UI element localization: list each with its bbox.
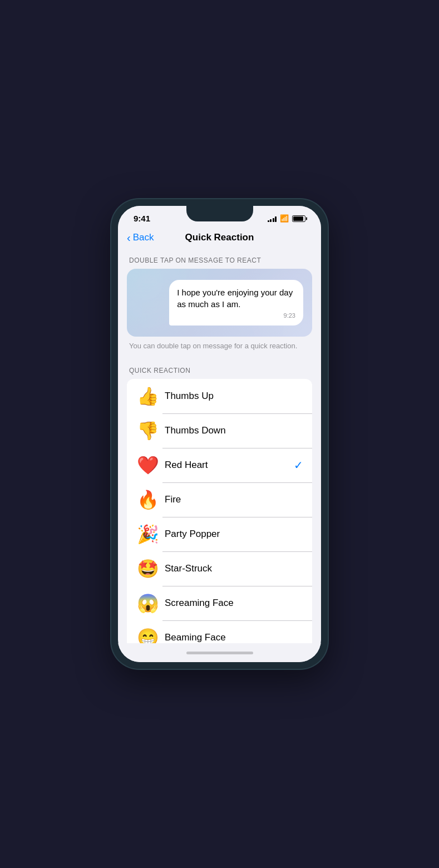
message-preview-area: I hope you're enjoying your day as much … xyxy=(127,269,312,337)
message-time: 9:23 xyxy=(177,312,295,319)
list-item[interactable]: 🎉Party Popper xyxy=(127,517,312,551)
reaction-section-label: QUICK REACTION xyxy=(118,360,321,379)
reaction-emoji: 🔥 xyxy=(136,489,160,510)
notch xyxy=(186,206,253,221)
reaction-name: Star-Struck xyxy=(165,563,303,574)
scroll-content[interactable]: DOUBLE TAP ON MESSAGE TO REACT I hope yo… xyxy=(118,250,321,643)
reaction-emoji: 😱 xyxy=(136,593,160,614)
list-item[interactable]: 🤩Star-Struck xyxy=(127,551,312,586)
reaction-name: Thumbs Up xyxy=(165,391,303,402)
reaction-name: Party Popper xyxy=(165,529,303,540)
reaction-emoji: 🤩 xyxy=(136,558,160,579)
home-indicator xyxy=(118,643,321,662)
page-title: Quick Reaction xyxy=(185,232,254,243)
back-button[interactable]: ‹ Back xyxy=(127,232,154,243)
signal-icon xyxy=(268,215,277,222)
back-chevron-icon: ‹ xyxy=(127,232,131,243)
hint-text: You can double tap on message for a quic… xyxy=(118,337,321,360)
list-item[interactable]: 👎Thumbs Down xyxy=(127,413,312,448)
message-bubble: I hope you're enjoying your day as much … xyxy=(169,280,303,326)
reaction-name: Beaming Face xyxy=(165,632,303,643)
home-bar xyxy=(186,652,253,654)
message-text: I hope you're enjoying your day as much … xyxy=(177,287,295,310)
wifi-icon: 📶 xyxy=(280,214,289,223)
reaction-name: Fire xyxy=(165,494,303,505)
list-item[interactable]: 👍Thumbs Up xyxy=(127,379,312,413)
list-item[interactable]: 😁Beaming Face xyxy=(127,620,312,643)
reaction-emoji: 👎 xyxy=(136,420,160,441)
reaction-list: 👍Thumbs Up👎Thumbs Down❤️Red Heart✓🔥Fire🎉… xyxy=(127,379,312,643)
phone-frame: 9:41 📶 ‹ Back Quick Reaction xyxy=(111,199,328,669)
reaction-emoji: ❤️ xyxy=(136,455,160,476)
reaction-name: Screaming Face xyxy=(165,598,303,609)
nav-bar: ‹ Back Quick Reaction xyxy=(118,228,321,250)
status-icons: 📶 xyxy=(268,214,306,223)
reaction-emoji: 😁 xyxy=(136,627,160,643)
list-item[interactable]: ❤️Red Heart✓ xyxy=(127,448,312,482)
phone-screen: 9:41 📶 ‹ Back Quick Reaction xyxy=(118,206,321,662)
list-item[interactable]: 🔥Fire xyxy=(127,482,312,517)
preview-section-label: DOUBLE TAP ON MESSAGE TO REACT xyxy=(118,250,321,269)
checkmark-icon: ✓ xyxy=(294,458,303,472)
reaction-emoji: 🎉 xyxy=(136,524,160,545)
reaction-emoji: 👍 xyxy=(136,386,160,407)
reaction-name: Thumbs Down xyxy=(165,425,303,436)
reaction-name: Red Heart xyxy=(165,460,294,471)
status-time: 9:41 xyxy=(134,214,150,223)
back-label: Back xyxy=(133,232,154,243)
battery-icon xyxy=(292,215,305,222)
list-item[interactable]: 😱Screaming Face xyxy=(127,586,312,620)
